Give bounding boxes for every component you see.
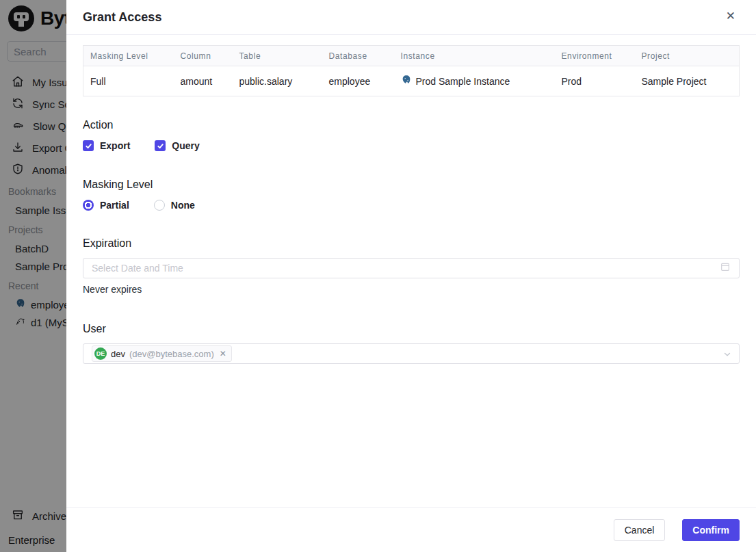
user-tag: DE dev (dev@bytebase.com) ✕ [92,345,232,362]
cell-masking-level: Full [83,66,174,96]
col-header-project: Project [635,46,740,66]
col-header-instance: Instance [394,46,555,66]
postgres-icon [401,75,412,88]
close-icon[interactable]: ✕ [723,8,738,25]
modal-footer: Cancel Confirm [66,507,756,552]
radio-unselected-icon [154,200,165,211]
action-section-label: Action [83,119,740,131]
checkbox-checked-icon [155,140,166,151]
never-expires-note: Never expires [83,284,740,295]
action-options: Export Query [83,140,740,151]
radio-none[interactable]: None [154,200,195,211]
confirm-button[interactable]: Confirm [682,519,740,541]
user-section-label: User [83,323,740,335]
app-window: Bytebase My Issues Sync Schema Slow Quer… [0,0,756,552]
cell-database: employee [322,66,394,96]
avatar: DE [94,347,107,360]
table-header-row: Masking Level Column Table Database Inst… [83,46,740,66]
checkbox-export[interactable]: Export [83,140,130,151]
cell-environment: Prod [555,66,635,96]
modal-body: Masking Level Column Table Database Inst… [66,35,756,507]
radio-selected-icon [83,200,94,211]
grant-access-modal: Grant Access ✕ Masking Level Column Tabl… [66,0,756,552]
table-row: Full amount public.salary employee Prod … [83,66,740,96]
calendar-icon [720,261,731,275]
user-select[interactable]: DE dev (dev@bytebase.com) ✕ [83,343,740,364]
checkbox-label: Query [172,140,199,151]
date-input[interactable] [92,263,720,274]
cell-project: Sample Project [635,66,740,96]
radio-label: Partial [100,200,129,211]
checkbox-checked-icon [83,140,94,151]
cell-instance: Prod Sample Instance [394,66,555,96]
checkbox-query[interactable]: Query [155,140,199,151]
cell-table: public.salary [233,66,322,96]
masking-section-label: Masking Level [83,179,740,191]
user-name: dev [111,349,125,359]
radio-label: None [171,200,195,211]
instance-name: Prod Sample Instance [416,76,510,87]
modal-title: Grant Access [83,10,161,25]
col-header-column: Column [174,46,233,66]
col-header-table: Table [233,46,322,66]
checkbox-label: Export [100,140,130,151]
col-header-environment: Environment [555,46,635,66]
remove-user-icon[interactable]: ✕ [218,350,226,358]
grant-table: Masking Level Column Table Database Inst… [83,45,740,96]
modal-header: Grant Access ✕ [66,0,756,35]
col-header-database: Database [322,46,394,66]
expiration-date-picker[interactable] [83,258,740,278]
masking-options: Partial None [83,200,740,211]
col-header-masking-level: Masking Level [83,46,174,66]
chevron-down-icon [722,350,732,362]
cancel-button[interactable]: Cancel [614,519,666,541]
expiration-section-label: Expiration [83,237,740,250]
cell-column: amount [174,66,233,96]
user-email: (dev@bytebase.com) [129,349,214,359]
radio-partial[interactable]: Partial [83,200,129,211]
